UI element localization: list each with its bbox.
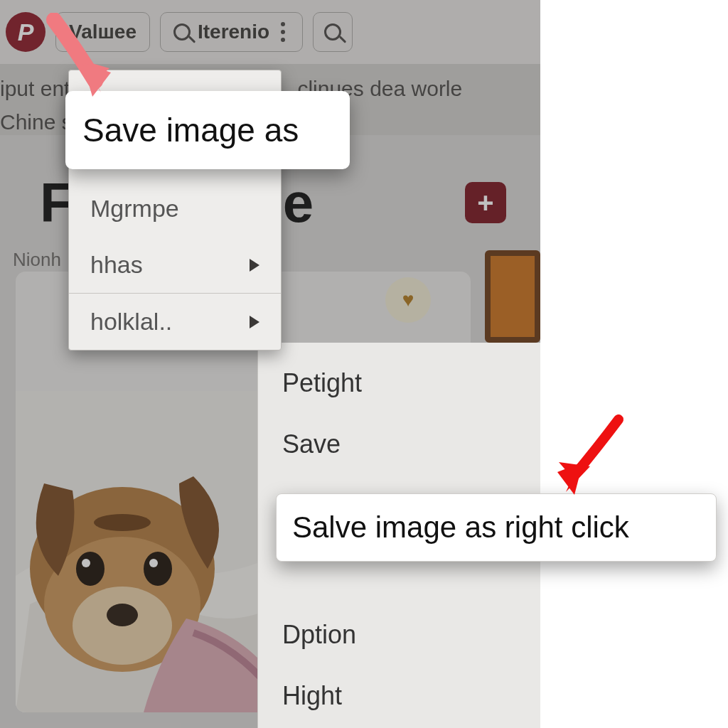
- svg-point-4: [107, 604, 138, 626]
- svg-point-6: [144, 552, 172, 586]
- menu-item-mgrmpe[interactable]: Mgrmpe: [69, 181, 281, 237]
- submenu-item-dption[interactable]: Dption: [258, 604, 540, 665]
- plus-icon: +: [477, 187, 493, 219]
- callout-2-text: Salve image as right click: [292, 510, 629, 545]
- search-icon: [324, 23, 341, 41]
- pin-image: [16, 391, 279, 712]
- callout-salve-image-right-click: Salve image as right click: [276, 493, 717, 562]
- search-button[interactable]: [313, 12, 353, 52]
- chevron-right-icon: [250, 259, 259, 272]
- add-button[interactable]: +: [465, 182, 506, 223]
- nav-pill-2-label: Iterenio: [198, 21, 269, 43]
- kebab-icon: [281, 22, 285, 42]
- heart-badge[interactable]: ♥: [385, 277, 431, 323]
- page-title-part1: F: [40, 171, 73, 235]
- chevron-right-icon: [250, 316, 259, 328]
- side-thumbnail[interactable]: [485, 250, 540, 343]
- submenu-item-hight[interactable]: Hight: [258, 665, 540, 727]
- annotation-arrow-1: [33, 13, 118, 105]
- nav-pill-2-search[interactable]: Iterenio: [160, 12, 303, 52]
- menu-item-label: Mgrmpe: [90, 195, 179, 223]
- callout-1-text: Save image as: [82, 111, 299, 149]
- svg-point-9: [94, 514, 151, 531]
- annotation-arrow-2: [540, 412, 633, 505]
- svg-point-5: [76, 552, 105, 586]
- logo-letter: P: [18, 18, 34, 46]
- submenu-item-save[interactable]: Save: [258, 414, 540, 475]
- dog-illustration: [16, 391, 279, 712]
- menu-item-label: holklal..: [90, 308, 172, 336]
- submenu-item-petight[interactable]: Petight: [258, 353, 540, 414]
- menu-item-hhas[interactable]: hhas: [69, 237, 281, 293]
- heart-icon: ♥: [402, 289, 414, 311]
- sub-label: Nionh: [13, 249, 61, 271]
- svg-point-7: [82, 559, 90, 567]
- search-icon: [173, 23, 191, 41]
- svg-point-8: [149, 559, 158, 567]
- menu-item-label: hhas: [90, 251, 143, 279]
- menu-item-holklal[interactable]: holklal..: [69, 293, 281, 350]
